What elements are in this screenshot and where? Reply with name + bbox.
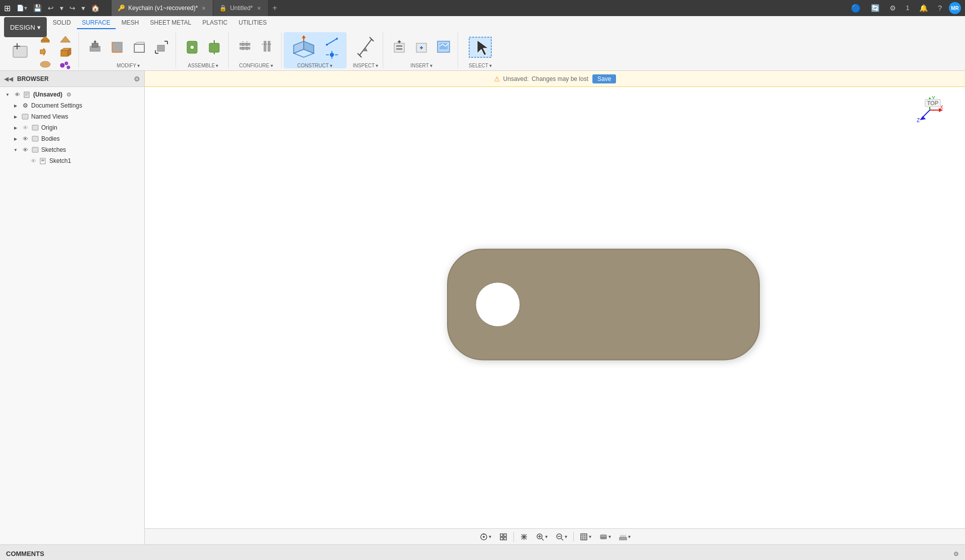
tree-icon-doc-settings: ⚙ bbox=[21, 102, 29, 110]
tab-close-keychain[interactable]: ✕ bbox=[201, 5, 207, 12]
file-dropdown[interactable]: 📄▾ bbox=[15, 4, 29, 13]
visual-style-btn[interactable]: ▾ bbox=[596, 532, 614, 542]
zoom-in-btn[interactable]: ▾ bbox=[533, 532, 551, 542]
joint-btn[interactable] bbox=[182, 37, 202, 57]
svg-point-5 bbox=[40, 61, 50, 67]
comments-settings-icon[interactable]: ⚙ bbox=[953, 550, 959, 557]
construct-plane-btn[interactable] bbox=[288, 33, 320, 61]
tree-toggle-bodies[interactable]: ▶ bbox=[12, 135, 19, 142]
fillet-icon bbox=[110, 40, 124, 54]
tree-toggle-sketches[interactable]: ▼ bbox=[12, 146, 19, 153]
undo-dropdown[interactable]: ▾ bbox=[58, 3, 65, 13]
lock-icon: 🔒 bbox=[219, 5, 227, 12]
tree-item-bodies[interactable]: ▶ 👁 Bodies bbox=[0, 133, 144, 144]
measure-btn[interactable] bbox=[353, 33, 379, 61]
tree-item-doc-settings[interactable]: ▶ ⚙ Document Settings bbox=[0, 100, 144, 111]
tree-eye-bodies[interactable]: 👁 bbox=[21, 135, 29, 143]
tree-eye-unsaved[interactable]: 👁 bbox=[13, 90, 21, 99]
add-tab-button[interactable]: + bbox=[269, 0, 281, 16]
tree-item-unsaved[interactable]: ▼ 👁 (Unsaved) ⚙ bbox=[0, 89, 144, 100]
comments-footer: COMMENTS ⚙ bbox=[0, 544, 965, 560]
grid-snap-btn[interactable] bbox=[496, 532, 510, 542]
configure-btn2[interactable] bbox=[257, 37, 277, 57]
tree-toggle-doc-settings[interactable]: ▶ bbox=[12, 102, 19, 109]
tree-item-origin[interactable]: ▶ 👁 Origin bbox=[0, 122, 144, 133]
save-button[interactable]: Save bbox=[592, 74, 616, 83]
tab-sheet-metal[interactable]: SHEET METAL bbox=[145, 17, 196, 29]
viewport-canvas[interactable]: Y X Z TOP bbox=[145, 87, 965, 528]
tab-utilities[interactable]: UTILITIES bbox=[233, 17, 272, 29]
unsaved-label: Unsaved: bbox=[503, 75, 529, 82]
snap-btn[interactable]: ▾ bbox=[477, 532, 494, 542]
shell-btn[interactable] bbox=[129, 38, 149, 56]
box-btn[interactable] bbox=[56, 45, 74, 57]
tab-surface[interactable]: SURFACE bbox=[77, 17, 116, 29]
tab-solid[interactable]: SOLID bbox=[48, 17, 76, 29]
as-built-icon bbox=[207, 39, 221, 55]
tab-mesh[interactable]: MESH bbox=[117, 17, 144, 29]
scale-btn[interactable] bbox=[151, 38, 171, 56]
svg-rect-14 bbox=[112, 42, 122, 52]
tab-plastic[interactable]: PLASTIC bbox=[197, 17, 232, 29]
avatar[interactable]: MR bbox=[949, 2, 961, 14]
design-dropdown-icon: ▾ bbox=[37, 24, 41, 31]
tab-close-untitled[interactable]: ✕ bbox=[256, 5, 262, 12]
help-icon[interactable]: ? bbox=[935, 3, 945, 13]
apps-grid-icon[interactable]: ⊞ bbox=[4, 4, 11, 13]
refresh-icon[interactable]: 🔄 bbox=[868, 3, 883, 13]
select-btn[interactable] bbox=[464, 33, 496, 61]
insert-plus-btn[interactable] bbox=[411, 37, 431, 57]
insert-derive-btn[interactable] bbox=[389, 37, 409, 57]
tree-eye-origin[interactable]: 👁 bbox=[21, 124, 29, 132]
insert-label: INSERT ▾ bbox=[410, 63, 432, 68]
tree-eye-sketches[interactable]: 👁 bbox=[21, 146, 29, 154]
bell-icon[interactable]: 🔔 bbox=[916, 3, 931, 13]
tree-item-sketch1[interactable]: ▶ 👁 Sketch1 bbox=[0, 155, 144, 166]
save-button-title[interactable]: 💾 bbox=[31, 3, 44, 13]
circle-blue-icon[interactable]: 🔵 bbox=[848, 3, 864, 14]
tab-keychain[interactable]: 🔑 Keychain (v1~recovered)* ✕ bbox=[112, 0, 213, 16]
ground-plane-btn[interactable]: ▾ bbox=[616, 532, 634, 542]
ribbon-section-assemble: ASSEMBLE ▾ bbox=[178, 32, 229, 68]
joint-icon bbox=[185, 39, 199, 55]
svg-line-40 bbox=[327, 39, 337, 45]
tree-toggle-unsaved[interactable]: ▼ bbox=[4, 91, 11, 98]
fillet-btn[interactable] bbox=[107, 38, 127, 56]
tree-item-sketches[interactable]: ▼ 👁 Sketches bbox=[0, 144, 144, 155]
pan-btn[interactable] bbox=[517, 532, 531, 542]
create-large-btn[interactable] bbox=[8, 37, 34, 65]
insert-canvas-btn[interactable] bbox=[433, 37, 454, 57]
ribbon-section-select: SELECT ▾ bbox=[460, 32, 500, 68]
display-mode-btn[interactable]: ▾ bbox=[577, 532, 594, 542]
as-built-btn[interactable] bbox=[204, 37, 224, 57]
construct-point-btn[interactable] bbox=[322, 48, 342, 60]
browser-collapse-btn[interactable]: ◀◀ bbox=[4, 75, 13, 82]
tree-toggle-origin[interactable]: ▶ bbox=[12, 124, 19, 131]
ribbon-content: CREATE ▾ bbox=[0, 30, 965, 70]
press-pull-btn[interactable] bbox=[85, 38, 105, 56]
zoom-out-btn[interactable]: ▾ bbox=[553, 532, 570, 542]
account-icon[interactable]: ⚙ bbox=[887, 3, 899, 13]
extrude-btn[interactable] bbox=[36, 32, 54, 44]
construct-axis-btn[interactable] bbox=[322, 35, 342, 47]
home-button[interactable]: 🏠 bbox=[89, 3, 102, 13]
notification-count[interactable]: 1 bbox=[903, 4, 913, 13]
svg-rect-90 bbox=[500, 537, 503, 540]
tab-untitled[interactable]: 🔒 Untitled* ✕ bbox=[213, 0, 268, 16]
tree-item-named-views[interactable]: ▶ Named Views bbox=[0, 111, 144, 122]
undo-button[interactable]: ↩ bbox=[46, 3, 56, 13]
loft-btn[interactable] bbox=[56, 32, 74, 44]
pattern-btn[interactable] bbox=[56, 58, 74, 70]
revolve-btn[interactable] bbox=[36, 45, 54, 57]
tree-eye-sketch1[interactable]: 👁 bbox=[29, 157, 37, 165]
browser-settings-icon[interactable]: ⚙ bbox=[134, 75, 140, 83]
svg-rect-91 bbox=[504, 537, 506, 540]
tree-toggle-named-views[interactable]: ▶ bbox=[12, 113, 19, 120]
sweep-btn[interactable] bbox=[36, 58, 54, 70]
tree-label-doc-settings: Document Settings bbox=[31, 102, 82, 109]
redo-dropdown[interactable]: ▾ bbox=[79, 3, 87, 13]
redo-button[interactable]: ↪ bbox=[67, 3, 77, 13]
configure-btn1[interactable] bbox=[235, 37, 255, 57]
tree-settings-unsaved[interactable]: ⚙ bbox=[66, 91, 71, 98]
toolbar-separator-2 bbox=[573, 532, 574, 542]
